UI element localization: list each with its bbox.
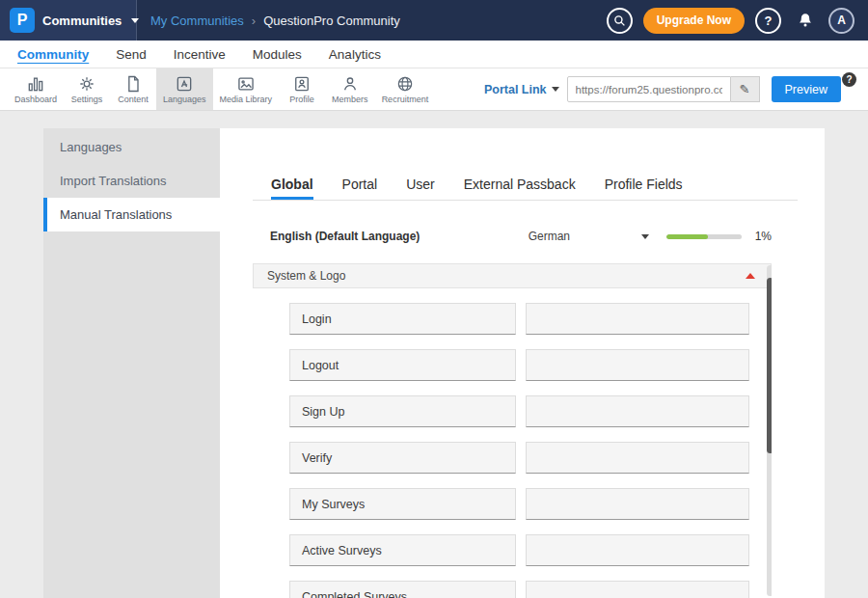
translation-input[interactable]: [526, 395, 749, 427]
nav-item-send[interactable]: Send: [116, 47, 147, 62]
gear-icon: [77, 74, 96, 94]
sidebar-item-manual-translations[interactable]: Manual Translations: [43, 198, 220, 231]
person-icon: [340, 74, 360, 94]
topbar-actions: Upgrade Now ? A: [607, 8, 868, 34]
toolbar-item-dashboard[interactable]: Dashboard: [8, 68, 64, 110]
source-text-field: Sign Up: [289, 395, 516, 427]
toolbar-item-content[interactable]: Content: [110, 68, 156, 110]
product-switcher[interactable]: P Communities: [0, 0, 137, 41]
tab-external-passback[interactable]: External Passback: [464, 172, 576, 200]
accordion-title: System & Logo: [267, 269, 345, 283]
profile-card-icon: [292, 74, 312, 94]
portal-link-label[interactable]: Portal Link: [484, 83, 547, 96]
nav-item-analytics[interactable]: Analytics: [329, 47, 381, 62]
accordion-system-logo[interactable]: System & Logo: [253, 263, 772, 288]
translation-input[interactable]: [526, 488, 749, 520]
translation-scroll-area: System & Logo Login Logout Sign Up Verif…: [253, 263, 772, 598]
sidebar-item-languages[interactable]: Languages: [43, 130, 220, 164]
nav-item-incentive[interactable]: Incentive: [174, 47, 226, 62]
sidebar-item-import-translations[interactable]: Import Translations: [43, 164, 220, 198]
languages-sidebar: Languages Import Translations Manual Tra…: [43, 128, 220, 598]
help-button[interactable]: ?: [755, 8, 781, 34]
source-text-field: Completed Surveys: [289, 581, 516, 598]
top-bar: P Communities My Communities › QuestionP…: [0, 0, 868, 41]
sidebar-item-label: Languages: [60, 140, 122, 154]
breadcrumb-separator: ›: [252, 14, 256, 28]
portal-url-input[interactable]: [567, 76, 731, 102]
translation-row: Active Surveys: [289, 534, 772, 566]
tab-profile-fields[interactable]: Profile Fields: [605, 172, 683, 200]
toolbar-item-label: Content: [118, 95, 149, 104]
avatar[interactable]: A: [828, 8, 854, 34]
source-text-field: My Surveys: [289, 488, 516, 520]
source-text-field: Login: [289, 303, 516, 335]
translation-input[interactable]: [526, 534, 749, 566]
source-language-label: English (Default Language): [270, 230, 420, 243]
breadcrumb-parent-link[interactable]: My Communities: [150, 14, 244, 28]
bell-icon: [797, 12, 814, 29]
translation-input[interactable]: [526, 303, 749, 335]
toolbar-item-label: Recruitment: [382, 95, 429, 104]
toolbar-item-label: Members: [332, 95, 368, 104]
search-button[interactable]: [607, 8, 633, 34]
translation-row: My Surveys: [289, 488, 772, 520]
chevron-down-icon: [131, 18, 139, 23]
globe-icon: [395, 74, 415, 94]
source-text-field: Verify: [289, 442, 516, 474]
translation-row: Sign Up: [289, 395, 772, 427]
toolbar-item-settings[interactable]: Settings: [64, 68, 110, 110]
image-icon: [236, 74, 256, 94]
nav-item-modules[interactable]: Modules: [253, 47, 302, 62]
source-text-field: Active Surveys: [289, 534, 516, 566]
toolbar-item-media-library[interactable]: Media Library: [213, 68, 280, 110]
help-question-mark: ?: [846, 74, 852, 85]
toolbar-item-members[interactable]: Members: [325, 68, 375, 110]
page: P Communities My Communities › QuestionP…: [0, 0, 868, 598]
source-text-field: Logout: [289, 349, 516, 381]
tab-user[interactable]: User: [406, 172, 435, 200]
toolbar-item-label: Profile: [289, 95, 314, 104]
translation-input[interactable]: [526, 442, 749, 474]
chevron-down-icon: [552, 87, 559, 92]
toolbar-item-label: Dashboard: [14, 95, 57, 104]
translation-input[interactable]: [526, 349, 749, 381]
target-language-value: German: [529, 230, 570, 243]
language-header-row: English (Default Language) German 1%: [270, 227, 772, 246]
portal-link-group: Portal Link ✎ Preview: [484, 68, 868, 110]
preview-button[interactable]: Preview: [772, 76, 841, 102]
translation-row: Logout: [289, 349, 772, 381]
progress-fill: [666, 234, 708, 239]
target-language-select[interactable]: German: [529, 230, 649, 243]
sidebar-item-label: Import Translations: [60, 174, 167, 188]
toolbar-item-label: Media Library: [220, 95, 273, 104]
manual-translations-panel: Global Portal User External Passback Pro…: [220, 128, 825, 598]
toolbar-item-label: Settings: [71, 95, 103, 104]
toolbar-item-languages[interactable]: Languages: [156, 68, 213, 110]
tab-global[interactable]: Global: [271, 172, 313, 200]
translation-row: Completed Surveys: [289, 581, 772, 598]
tab-portal[interactable]: Portal: [342, 172, 378, 200]
sidebar-item-label: Manual Translations: [60, 207, 172, 222]
breadcrumb-current: QuestionPro Community: [263, 14, 400, 28]
scrollbar-thumb[interactable]: [767, 278, 772, 453]
translation-progress-bar: [666, 234, 742, 239]
toolbar: Dashboard Settings Content Languages: [0, 68, 868, 111]
contextual-help-button[interactable]: ?: [842, 72, 856, 87]
toolbar-item-label: Languages: [163, 95, 206, 104]
help-question-mark: ?: [765, 14, 773, 28]
translation-tabs: Global Portal User External Passback Pro…: [253, 172, 798, 201]
breadcrumb: My Communities › QuestionPro Community: [150, 14, 400, 28]
translation-row: Verify: [289, 442, 772, 474]
progress-percent-label: 1%: [755, 230, 772, 243]
toolbar-item-recruitment[interactable]: Recruitment: [375, 68, 436, 110]
nav-item-community[interactable]: Community: [17, 47, 89, 62]
dashboard-icon: [26, 74, 45, 94]
translation-input[interactable]: [526, 581, 749, 598]
edit-portal-link-button[interactable]: ✎: [731, 76, 760, 102]
chevron-up-icon: [746, 273, 755, 279]
upgrade-now-button[interactable]: Upgrade Now: [643, 8, 745, 34]
notifications-button[interactable]: [792, 8, 818, 34]
translation-row: Login: [289, 303, 772, 335]
toolbar-item-profile[interactable]: Profile: [279, 68, 325, 110]
search-icon: [613, 14, 626, 27]
